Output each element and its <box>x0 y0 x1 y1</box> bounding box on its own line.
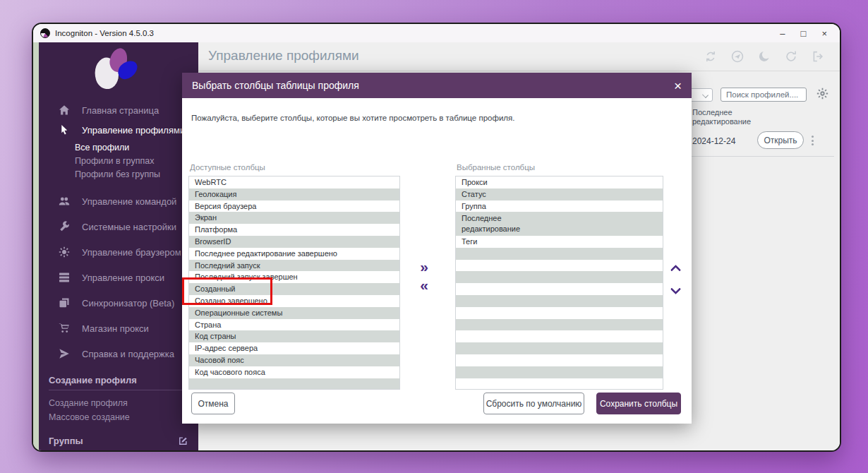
sidebar-item-proxy-store[interactable]: Магазин прокси <box>39 318 198 338</box>
modal-close-icon[interactable]: × <box>674 79 682 92</box>
incogniton-logo <box>90 47 147 90</box>
column-option <box>456 354 663 366</box>
selected-columns-list: ПроксиСтатусГруппаПоследнее редактирован… <box>455 176 663 390</box>
available-columns-list: WebRTCГеолокацияВерсия браузераЭкранПлат… <box>188 176 400 390</box>
sidebar-item-proxy-management[interactable]: Управление прокси <box>39 268 198 287</box>
cart-icon <box>59 323 70 334</box>
section-header-groups: Группы <box>49 436 188 450</box>
sidebar-item-system-settings[interactable]: Системные настройки <box>39 217 198 236</box>
table-row-divider <box>690 156 834 157</box>
users-icon <box>59 196 70 207</box>
column-option[interactable]: Экран <box>189 212 399 224</box>
sidebar-item-label: Управление прокси <box>82 273 164 283</box>
column-option <box>456 248 663 260</box>
column-option[interactable]: Платформа <box>189 224 399 236</box>
column-option[interactable]: Страна <box>189 319 399 331</box>
move-left-icon[interactable]: « <box>409 276 439 294</box>
sidebar-item-create-profile[interactable]: Создание профиля <box>49 396 188 410</box>
available-columns-label: Доступные столбцы <box>190 163 265 172</box>
sidebar-item-label: Справка и поддержка <box>82 349 174 359</box>
column-option[interactable]: Последний запуск <box>189 260 399 272</box>
column-option[interactable]: Группа <box>456 200 663 212</box>
column-option[interactable]: IP-адрес сервера <box>189 342 399 354</box>
section-title: Создание профиля <box>49 375 137 385</box>
left-edge-strip <box>33 42 39 450</box>
column-option[interactable]: Статус <box>456 188 663 200</box>
column-option[interactable]: Последнее редактирование завершено <box>189 248 399 260</box>
column-option[interactable]: Код страны <box>189 330 399 342</box>
app-window: Incogniton - Version 4.5.0.3 – □ × Главн… <box>32 23 841 452</box>
reset-default-button[interactable]: Сбросить по умолчанию <box>483 393 584 414</box>
column-option[interactable]: Последнее редактирование <box>456 212 663 236</box>
layers-copy-icon <box>59 297 70 309</box>
server-icon <box>59 272 70 283</box>
edit-groups-icon[interactable] <box>178 436 188 446</box>
column-option <box>456 330 663 342</box>
column-option[interactable]: WebRTC <box>189 176 399 188</box>
column-option <box>456 260 663 272</box>
window-titlebar: Incogniton - Version 4.5.0.3 – □ × <box>33 24 840 42</box>
column-option <box>456 366 663 378</box>
row-more-menu-icon[interactable] <box>809 133 816 148</box>
column-option[interactable]: Геолокация <box>189 188 399 200</box>
column-option[interactable]: Теги <box>456 236 663 248</box>
move-right-icon[interactable]: » <box>409 258 439 276</box>
table-settings-gear-icon[interactable] <box>816 88 828 100</box>
column-option[interactable]: Последний запуск завершен <box>189 271 399 283</box>
maximize-button[interactable]: □ <box>801 29 807 38</box>
column-option <box>456 378 663 390</box>
sidebar-item-synchronizer[interactable]: Синхронизатор (Beta) <box>39 293 198 313</box>
sidebar-item-profiles-without-group[interactable]: Профили без группы <box>39 168 198 181</box>
column-option[interactable]: Прокси <box>456 176 663 188</box>
logout-icon[interactable] <box>812 50 824 63</box>
move-up-icon[interactable] <box>670 265 682 276</box>
column-option <box>456 342 663 354</box>
profile-creation-section: Создание профиля Создание профиля Массов… <box>49 375 188 424</box>
save-columns-button[interactable]: Сохранить столбцы <box>596 393 681 414</box>
modal-header: Выбрать столбцы таблицы профиля × <box>182 73 692 98</box>
move-down-icon[interactable] <box>670 284 682 295</box>
sidebar-item-profiles-in-groups[interactable]: Профили в группах <box>39 155 198 168</box>
sidebar-item-browser-management[interactable]: Управление браузером <box>39 242 198 262</box>
paper-plane-icon[interactable] <box>731 50 744 63</box>
wrench-icon <box>59 221 70 232</box>
sidebar-item-label: Системные настройки <box>82 222 176 232</box>
sidebar-item-team-management[interactable]: Управление командой <box>39 191 198 211</box>
column-option[interactable]: Версия браузера <box>189 200 399 212</box>
sidebar-item-bulk-creation[interactable]: Массовое создание <box>49 410 188 424</box>
column-option[interactable]: Часовой пояс <box>189 354 399 366</box>
sidebar-item-all-profiles[interactable]: Все профили <box>39 141 198 155</box>
open-profile-button[interactable]: Открыть <box>757 131 804 149</box>
search-input[interactable] <box>721 88 807 102</box>
column-option <box>456 307 663 319</box>
sidebar: Главная страница Управление профилями Вс… <box>39 42 198 450</box>
sidebar-item-home[interactable]: Главная страница <box>39 100 198 120</box>
column-option[interactable]: Созданный <box>189 283 399 295</box>
sidebar-nav: Главная страница Управление профилями Вс… <box>39 100 198 364</box>
refresh-icon[interactable] <box>785 50 797 63</box>
gear-icon <box>59 246 70 258</box>
column-option <box>456 319 663 331</box>
cancel-button[interactable]: Отмена <box>191 393 235 414</box>
chevron-down-icon <box>702 92 709 98</box>
home-icon <box>59 104 70 116</box>
transfer-controls: » « <box>409 258 439 294</box>
profile-row-last-edit: 2024-12-24 <box>692 136 735 146</box>
table-column-header: Последнее редактирование <box>692 108 757 126</box>
close-window-button[interactable]: × <box>821 29 827 38</box>
reorder-controls <box>672 266 680 293</box>
column-option[interactable]: BrowserID <box>189 236 399 248</box>
recycle-sync-icon[interactable] <box>704 50 717 63</box>
modal-description: Пожалуйста, выберите столбцы, которые вы… <box>191 114 514 122</box>
groups-section: Группы Unassigned (1) <box>49 436 188 450</box>
send-icon <box>59 348 70 359</box>
column-option[interactable]: Операционные системы <box>189 307 399 319</box>
dark-mode-moon-icon[interactable] <box>758 50 771 63</box>
minimize-button[interactable]: – <box>780 29 785 38</box>
sidebar-item-label: Управление браузером <box>82 247 181 258</box>
column-option[interactable]: Создано завершено <box>189 295 399 307</box>
column-option[interactable]: Код часового пояса <box>189 366 399 378</box>
sidebar-item-profile-management[interactable]: Управление профилями <box>39 120 198 140</box>
column-option <box>189 378 399 390</box>
sidebar-item-help-support[interactable]: Справка и поддержка <box>39 344 198 364</box>
